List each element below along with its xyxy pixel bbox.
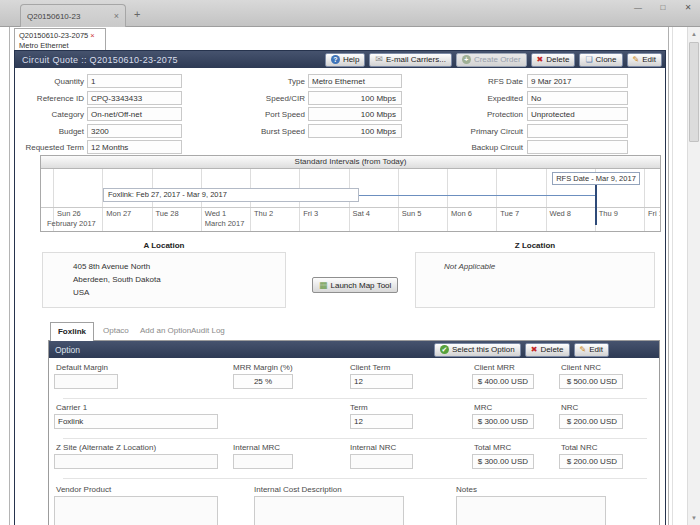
delete-button[interactable]: ✖ Delete xyxy=(531,53,576,67)
quote-titlebar: Circuit Quote :: Q20150610-23-2075 ? Hel… xyxy=(15,51,665,68)
quote-tab-id: Q20150610-23-2075 xyxy=(19,31,88,40)
total-nrc-field[interactable]: $ 200.00 USD xyxy=(559,454,623,469)
internal-cost-description-label: Internal Cost Description xyxy=(254,485,342,494)
quote-tab-close-icon[interactable]: × xyxy=(90,31,94,40)
timeline-day-label: Sun 5 xyxy=(402,209,422,218)
client-nrc-field[interactable]: $ 500.00 USD xyxy=(559,374,623,389)
total-mrc-label: Total MRC xyxy=(474,443,511,452)
total-nrc-label: Total NRC xyxy=(561,443,597,452)
total-mrc-field[interactable]: $ 300.00 USD xyxy=(472,454,534,469)
timeline-body: Foxlink: Feb 27, 2017 - Mar 9, 2017 RFS … xyxy=(41,169,660,231)
option-title: Option xyxy=(55,345,80,355)
protection-label: Protection xyxy=(452,110,523,119)
timeline-day-label: Sat 4 xyxy=(353,209,371,218)
tab-audit-log[interactable]: Audit Log xyxy=(191,326,225,335)
help-button[interactable]: ? Help xyxy=(325,53,365,67)
z-site-field[interactable] xyxy=(54,454,218,469)
timeline-title: Standard Intervals (from Today) xyxy=(41,156,660,169)
timeline-axis-line xyxy=(41,207,660,208)
tab-foxlink[interactable]: Foxlink xyxy=(50,322,94,341)
create-order-button[interactable]: + Create Order xyxy=(456,53,527,67)
timeline-month-label: February 2017 xyxy=(47,219,96,228)
timeline-month-label: March 2017 xyxy=(205,219,245,228)
client-term-field[interactable]: 12 xyxy=(350,374,413,389)
option-header: Option ✔ Select this Option ✖ Delete ✎ E… xyxy=(49,341,659,358)
timeline-day-label: Wed 1 xyxy=(205,209,227,218)
a-location-title: A Location xyxy=(42,241,286,250)
internal-cost-description-textarea[interactable] xyxy=(254,496,404,525)
timeline-day-label: Thu 2 xyxy=(254,209,273,218)
burst-speed-field[interactable]: 100 Mbps xyxy=(308,124,402,138)
tab-optaco[interactable]: Optaco xyxy=(103,326,129,335)
scroll-up-icon[interactable]: ▲ xyxy=(688,28,700,40)
scrollbar[interactable]: ▲ ▼ xyxy=(687,27,700,525)
a-location-line3: USA xyxy=(73,286,285,299)
clone-button[interactable]: ❏ Clone xyxy=(579,53,622,67)
timeline-gridline xyxy=(447,169,448,231)
timeline-day-label: Fri 10 xyxy=(648,209,661,218)
option-delete-icon: ✖ xyxy=(531,345,538,354)
nrc-label: NRC xyxy=(561,403,578,412)
browser-tab[interactable]: Q20150610-23 × xyxy=(20,4,126,27)
primary-circuit-label: Primary Circuit xyxy=(452,127,523,136)
default-margin-field[interactable] xyxy=(54,374,118,389)
budget-field[interactable]: 3200 xyxy=(87,124,182,138)
internal-nrc-field[interactable] xyxy=(350,454,413,469)
speed-cir-field[interactable]: 100 Mbps xyxy=(308,91,402,105)
carrier1-field[interactable]: Foxlink xyxy=(54,414,218,429)
minimize-icon[interactable]: — xyxy=(632,3,644,12)
scroll-down-icon[interactable]: ▼ xyxy=(688,512,700,524)
nrc-field[interactable]: $ 200.00 USD xyxy=(559,414,623,429)
close-icon[interactable]: ✕ xyxy=(682,3,694,12)
primary-circuit-field[interactable] xyxy=(527,124,628,138)
window-controls: — □ ✕ xyxy=(632,3,694,12)
quote-page-tab[interactable]: Q20150610-23-2075× Metro Ethernet xyxy=(14,28,106,50)
rfs-date-field[interactable]: 9 Mar 2017 xyxy=(527,74,628,88)
client-term-label: Client Term xyxy=(350,363,390,372)
maximize-icon[interactable]: □ xyxy=(657,3,669,12)
protection-field[interactable]: Unprotected xyxy=(527,107,628,121)
mrr-margin-field[interactable]: 25 % xyxy=(233,374,293,389)
tab-add-an-option[interactable]: Add an Option xyxy=(140,326,191,335)
page-right-border-inner xyxy=(672,27,673,525)
quantity-field[interactable]: 1 xyxy=(87,74,182,88)
option-edit-button[interactable]: ✎ Edit xyxy=(574,343,610,357)
rfs-date-marker-line xyxy=(595,185,597,225)
timeline-day-label: Wed 8 xyxy=(550,209,572,218)
backup-circuit-field[interactable] xyxy=(527,140,628,154)
a-location-line2: Aberdeen, South Dakota xyxy=(73,273,285,286)
edit-button[interactable]: ✎ Edit xyxy=(627,53,663,67)
timeline-day-label: Fri 3 xyxy=(303,209,318,218)
type-field[interactable]: Metro Ethernet xyxy=(308,74,402,88)
client-mrr-field[interactable]: $ 400.00 USD xyxy=(472,374,534,389)
default-margin-label: Default Margin xyxy=(56,363,108,372)
row-separator xyxy=(63,478,647,479)
browser-chrome: Q20150610-23 × + — □ ✕ xyxy=(0,0,700,27)
client-mrr-label: Client MRR xyxy=(474,363,515,372)
notes-textarea[interactable] xyxy=(456,496,606,525)
scrollbar-thumb[interactable] xyxy=(689,42,699,142)
timeline-gridline xyxy=(398,169,399,231)
category-field[interactable]: On-net/Off-net xyxy=(87,107,182,121)
budget-label: Budget xyxy=(18,127,84,136)
port-speed-field[interactable]: 100 Mbps xyxy=(308,107,402,121)
requested-term-field[interactable]: 12 Months xyxy=(87,140,182,154)
internal-mrc-field[interactable] xyxy=(233,454,293,469)
vendor-product-textarea[interactable] xyxy=(54,496,218,525)
reference-id-field[interactable]: CPQ-3343433 xyxy=(87,91,182,105)
option-delete-button[interactable]: ✖ Delete xyxy=(525,343,570,357)
term-field[interactable]: 12 xyxy=(350,414,413,429)
option-edit-icon: ✎ xyxy=(580,345,587,354)
requested-term-label: Requested Term xyxy=(18,143,84,152)
tab-close-icon[interactable]: × xyxy=(114,11,119,21)
expedited-field[interactable]: No xyxy=(527,91,628,105)
select-this-option-button[interactable]: ✔ Select this Option xyxy=(434,343,521,357)
mrc-field[interactable]: $ 300.00 USD xyxy=(472,414,534,429)
launch-map-tool-button[interactable]: ▦ Launch Map Tool xyxy=(312,277,398,293)
email-carriers-button[interactable]: ✉ E-mail Carriers... xyxy=(369,53,452,67)
select-option-icon: ✔ xyxy=(440,345,449,354)
page-left-border xyxy=(9,27,10,525)
reference-id-label: Reference ID xyxy=(18,94,84,103)
a-location-line1: 405 8th Avenue North xyxy=(73,260,285,273)
new-tab-icon[interactable]: + xyxy=(134,8,140,20)
